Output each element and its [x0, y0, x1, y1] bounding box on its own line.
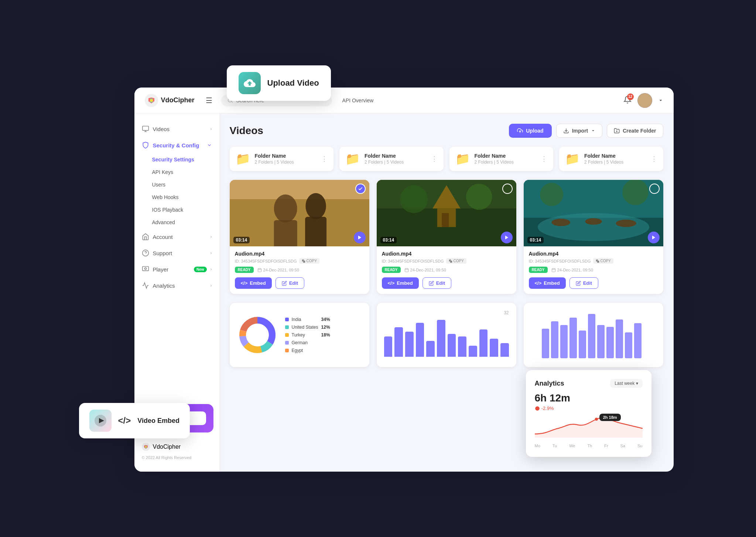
submenu-ios-playback[interactable]: IOS Playback [134, 203, 219, 216]
sidebar-copyright: © 2022 All Rights Reserved [134, 455, 219, 464]
bar-item [416, 323, 424, 357]
last-week-button[interactable]: Last week ▾ [610, 379, 642, 388]
sidebar-item-player[interactable]: Player New › [134, 261, 219, 277]
change-pct: -2.9% [541, 406, 554, 411]
edit-icon [282, 281, 287, 286]
svg-rect-33 [405, 268, 408, 272]
support-arrow: › [211, 250, 212, 256]
create-folder-icon [614, 128, 620, 134]
folder-card[interactable]: 📁 Folder Name 2 Folders | 5 Videos ⋮ [339, 147, 444, 171]
legend-item: German [285, 340, 330, 345]
edit-button[interactable]: Edit [276, 277, 305, 289]
svg-point-39 [537, 213, 649, 241]
upload-button[interactable]: Upload [509, 124, 551, 138]
user-avatar[interactable] [637, 93, 652, 108]
submenu-api-keys[interactable]: API Keys [134, 166, 219, 178]
embed-button[interactable]: </> Embed [235, 277, 272, 289]
svg-point-30 [466, 184, 492, 210]
folder-card[interactable]: 📁 Folder Name 2 Folders | 5 Videos ⋮ [230, 147, 334, 171]
period-chevron: ▾ [636, 381, 638, 386]
embed-icon: </> [535, 280, 542, 286]
sidebar-item-account[interactable]: Account › [134, 229, 219, 245]
sidebar-item-support[interactable]: Support › [134, 245, 219, 261]
sidebar-item-security-config[interactable]: Security & Config [134, 137, 219, 153]
folder-meta: 2 Folders | 5 Videos [365, 160, 427, 165]
embed-button[interactable]: </> Embed [382, 277, 419, 289]
folder-card[interactable]: 📁 Folder Name 2 Folders | 5 Videos ⋮ [449, 147, 554, 171]
submenu-advanced[interactable]: Advanced [134, 216, 219, 229]
legend-pct: 34% [321, 317, 330, 322]
folder-menu-btn[interactable]: ⋮ [321, 155, 328, 163]
legend-dot [285, 318, 289, 321]
copy-id-button[interactable]: COPY [446, 258, 466, 264]
video-card: 03:14 Audion.mp4 ID: 345345FSDFSDFOISDFL… [230, 180, 369, 294]
edit-button[interactable]: Edit [569, 277, 599, 289]
legend-pct: 18% [321, 332, 330, 338]
folder-meta: 2 Folders | 5 Videos [584, 160, 646, 165]
import-button[interactable]: Import [556, 124, 603, 138]
legend-country: Turkey [292, 332, 305, 338]
copy-id-button[interactable]: COPY [593, 258, 613, 264]
svg-point-5 [144, 268, 146, 270]
svg-rect-2 [142, 126, 148, 131]
bar-item [448, 334, 456, 357]
calendar-icon [551, 268, 556, 272]
svg-point-40 [551, 219, 570, 226]
svg-point-1 [150, 99, 153, 102]
svg-point-41 [585, 218, 602, 225]
import-chevron-icon [591, 129, 595, 133]
video-date: 24-Dec-2021, 09:50 [404, 268, 446, 272]
video-play-button[interactable] [501, 232, 513, 243]
copy-id-button[interactable]: COPY [299, 258, 319, 264]
import-icon [563, 128, 569, 134]
notification-bell[interactable]: 12 [623, 96, 632, 105]
hamburger-menu[interactable]: ☰ [206, 96, 212, 105]
bar-item [437, 320, 445, 357]
video-duration: 03:14 [527, 237, 544, 243]
svg-point-43 [540, 183, 563, 206]
folder-card[interactable]: 📁 Folder Name 2 Folders | 5 Videos ⋮ [559, 147, 663, 171]
day-fr: Fr [604, 444, 608, 448]
day-su: Su [637, 444, 642, 448]
folder-meta: 2 Folders | 5 Videos [255, 160, 317, 165]
edit-button[interactable]: Edit [423, 277, 452, 289]
folder-menu-btn[interactable]: ⋮ [541, 155, 547, 163]
embed-label: Embed [397, 280, 413, 286]
sidebar-brand: VdoCipher [134, 438, 219, 455]
upload-tooltip: Upload Video [227, 65, 331, 101]
sidebar-item-analytics[interactable]: Analytics › [134, 277, 219, 294]
video-play-button[interactable] [354, 232, 366, 243]
player-new-badge: New [194, 267, 207, 272]
svg-point-14 [274, 195, 297, 223]
svg-rect-17 [305, 217, 326, 246]
svg-rect-28 [442, 213, 449, 227]
create-folder-button[interactable]: Create Folder [607, 124, 663, 138]
svg-rect-13 [230, 199, 369, 246]
submenu-users[interactable]: Users [134, 178, 219, 191]
chevron-down-icon [658, 98, 663, 103]
svg-rect-46 [597, 260, 599, 262]
video-id: ID: 345345FSDFSDFOISDFLSDG [529, 259, 591, 263]
player-arrow: › [211, 267, 212, 272]
videos-actions: Upload Import Create Folder [509, 124, 663, 138]
video-thumbnail: 03:14 [377, 180, 516, 246]
video-play-button[interactable] [648, 232, 660, 243]
upload-tooltip-title: Upload Video [267, 78, 319, 88]
submenu-security-settings[interactable]: Security Settings [134, 153, 219, 166]
line-chart [531, 310, 656, 358]
embed-button[interactable]: </> Embed [529, 277, 566, 289]
submenu-web-hooks[interactable]: Web Hooks [134, 191, 219, 203]
api-overview-link[interactable]: API Overview [342, 98, 374, 103]
svg-rect-59 [542, 329, 549, 358]
folder-icon: 📁 [455, 152, 470, 166]
video-duration: 03:14 [380, 237, 397, 243]
support-icon [142, 249, 149, 257]
folder-menu-btn[interactable]: ⋮ [431, 155, 438, 163]
embed-popup-title: Video Embed [137, 417, 179, 425]
sidebar-item-videos[interactable]: Videos › [134, 121, 219, 137]
bar-item [458, 336, 466, 357]
security-submenu: Security Settings API Keys Users Web Hoo… [134, 153, 219, 229]
svg-rect-68 [625, 332, 632, 358]
day-mo: Mo [535, 444, 540, 448]
folder-menu-btn[interactable]: ⋮ [651, 155, 657, 163]
